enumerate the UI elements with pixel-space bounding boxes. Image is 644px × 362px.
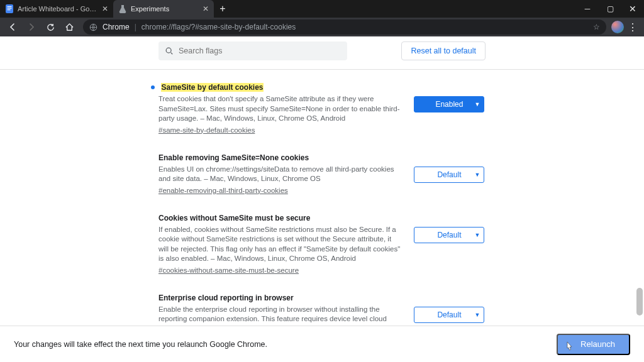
flag-title: Cookies without SameSite must be secure bbox=[158, 214, 310, 222]
footer-message: Your changes will take effect the next t… bbox=[14, 340, 267, 349]
chevron-down-icon: ▼ bbox=[475, 312, 480, 318]
flask-icon bbox=[118, 4, 127, 13]
search-icon bbox=[165, 47, 174, 55]
select-value: Default bbox=[437, 310, 461, 319]
flags-topbar: Reset all to default bbox=[152, 41, 492, 60]
chevron-down-icon: ▼ bbox=[475, 172, 480, 178]
svg-rect-3 bbox=[8, 9, 11, 10]
flag-item: Enable removing SameSite=None cookies En… bbox=[158, 151, 486, 195]
flags-list: SameSite by default cookies Treat cookie… bbox=[152, 70, 492, 362]
docs-icon bbox=[5, 4, 14, 13]
flag-anchor-link[interactable]: #enable-removing-all-third-party-cookies bbox=[158, 187, 288, 194]
flag-description: If enabled, cookies without SameSite res… bbox=[158, 225, 402, 264]
flag-item: SameSite by default cookies Treat cookie… bbox=[158, 81, 486, 135]
svg-rect-0 bbox=[6, 4, 13, 13]
chevron-down-icon: ▼ bbox=[475, 101, 480, 107]
flag-anchor-link[interactable]: #cookies-without-same-site-must-be-secur… bbox=[158, 266, 299, 274]
relaunch-footer: Your changes will take effect the next t… bbox=[0, 326, 644, 362]
browser-toolbar: Chrome | chrome://flags/?#same-site-by-d… bbox=[0, 18, 644, 36]
profile-avatar[interactable] bbox=[611, 21, 624, 33]
flag-description: Treat cookies that don't specify a SameS… bbox=[158, 94, 402, 124]
url-path: chrome://flags/?#same-site-by-default-co… bbox=[142, 23, 296, 31]
address-bar[interactable]: Chrome | chrome://flags/?#same-site-by-d… bbox=[83, 19, 606, 35]
tab-title: Experiments bbox=[131, 5, 199, 13]
vertical-scrollbar[interactable] bbox=[636, 288, 643, 315]
search-input[interactable] bbox=[179, 47, 341, 55]
content-area: Reset all to default SameSite by default… bbox=[0, 36, 644, 362]
minimize-button[interactable]: ─ bbox=[576, 0, 599, 18]
flag-title: Enterprise cloud reporting in browser bbox=[158, 293, 294, 302]
active-indicator-dot bbox=[151, 85, 155, 89]
browser-tab-1[interactable]: Experiments ✕ bbox=[113, 0, 214, 18]
chevron-down-icon: ▼ bbox=[475, 232, 480, 238]
select-value: Default bbox=[437, 231, 461, 239]
maximize-button[interactable]: ▢ bbox=[599, 0, 621, 18]
svg-point-5 bbox=[166, 48, 171, 53]
flag-title: SameSite by default cookies bbox=[161, 83, 263, 92]
back-button[interactable] bbox=[4, 19, 21, 35]
new-tab-button[interactable]: + bbox=[214, 0, 231, 18]
flag-state-select[interactable]: Enabled ▼ bbox=[414, 96, 484, 112]
tab-title: Article Whiteboard - Google Docs bbox=[18, 5, 98, 13]
pointer-cursor-icon bbox=[564, 341, 574, 352]
url-scheme-chip: Chrome bbox=[103, 23, 130, 31]
globe-icon bbox=[89, 23, 97, 31]
kebab-menu-icon[interactable]: ⋮ bbox=[625, 21, 640, 33]
flag-description: Enables UI on chrome://settings/siteData… bbox=[158, 165, 402, 184]
flag-state-select[interactable]: Default ▼ bbox=[414, 227, 484, 243]
window-titlebar: Article Whiteboard - Google Docs ✕ Exper… bbox=[0, 0, 644, 18]
reset-all-button[interactable]: Reset all to default bbox=[401, 41, 486, 60]
forward-button[interactable] bbox=[23, 19, 40, 35]
browser-tab-0[interactable]: Article Whiteboard - Google Docs ✕ bbox=[0, 0, 113, 18]
close-icon[interactable]: ✕ bbox=[102, 4, 108, 13]
flag-title: Enable removing SameSite=None cookies bbox=[158, 153, 309, 162]
relaunch-label: Relaunch bbox=[580, 339, 615, 349]
flag-item: Cookies without SameSite must be secure … bbox=[158, 212, 486, 275]
relaunch-button[interactable]: Relaunch bbox=[557, 334, 630, 355]
flag-anchor-link[interactable]: #same-site-by-default-cookies bbox=[158, 126, 255, 134]
svg-rect-2 bbox=[8, 8, 12, 9]
url-separator: | bbox=[135, 23, 136, 31]
select-value: Default bbox=[437, 170, 461, 179]
select-value: Enabled bbox=[435, 100, 463, 109]
window-controls: ─ ▢ ✕ bbox=[576, 0, 644, 18]
flag-state-select[interactable]: Default ▼ bbox=[414, 167, 484, 183]
bookmark-star-icon[interactable]: ☆ bbox=[593, 23, 600, 31]
tab-strip: Article Whiteboard - Google Docs ✕ Exper… bbox=[0, 0, 231, 18]
close-window-button[interactable]: ✕ bbox=[621, 0, 644, 18]
home-button[interactable] bbox=[60, 19, 78, 35]
close-icon[interactable]: ✕ bbox=[203, 4, 209, 13]
reload-button[interactable] bbox=[42, 19, 59, 35]
svg-rect-1 bbox=[8, 6, 12, 7]
search-flags-box[interactable] bbox=[158, 41, 347, 60]
flag-state-select[interactable]: Default ▼ bbox=[414, 307, 484, 323]
